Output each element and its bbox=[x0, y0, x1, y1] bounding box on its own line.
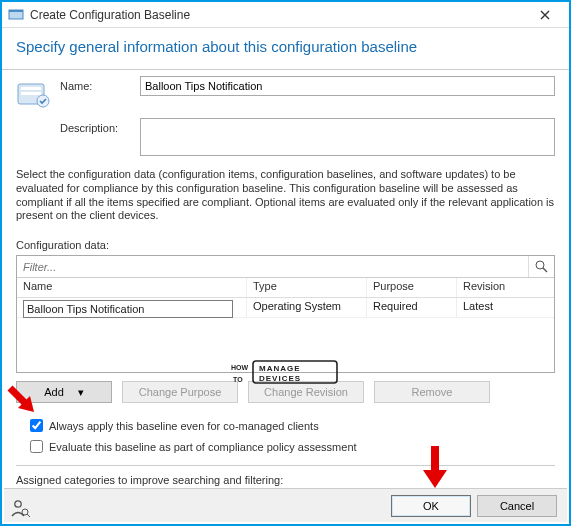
remove-button: Remove bbox=[374, 381, 490, 403]
chevron-down-icon: ▾ bbox=[78, 386, 84, 399]
cell-revision: Latest bbox=[457, 298, 554, 317]
col-header-name[interactable]: Name bbox=[17, 278, 247, 297]
name-label: Name: bbox=[60, 76, 140, 92]
change-purpose-button: Change Purpose bbox=[122, 381, 238, 403]
svg-line-7 bbox=[543, 268, 547, 272]
svg-text:HOW: HOW bbox=[231, 364, 249, 371]
change-revision-button: Change Revision bbox=[248, 381, 364, 403]
name-input[interactable] bbox=[140, 76, 555, 96]
col-header-revision[interactable]: Revision bbox=[457, 278, 554, 297]
always-apply-checkbox[interactable] bbox=[30, 419, 43, 432]
info-text: Select the configuration data (configura… bbox=[2, 158, 569, 227]
description-input[interactable] bbox=[140, 118, 555, 156]
cell-name[interactable]: Balloon Tips Notification bbox=[23, 300, 233, 318]
table-row[interactable]: Balloon Tips Notification Operating Syst… bbox=[17, 298, 554, 318]
add-button[interactable]: Add ▾ bbox=[16, 381, 112, 403]
search-icon[interactable] bbox=[528, 256, 554, 277]
description-label: Description: bbox=[60, 118, 140, 134]
ok-button[interactable]: OK bbox=[391, 495, 471, 517]
always-apply-row: Always apply this baseline even for co-m… bbox=[2, 413, 569, 434]
svg-point-13 bbox=[15, 501, 21, 507]
name-row: Name: bbox=[2, 70, 569, 112]
svg-rect-1 bbox=[9, 10, 23, 12]
close-button[interactable] bbox=[525, 2, 565, 28]
cancel-button[interactable]: Cancel bbox=[477, 495, 557, 517]
cell-purpose: Required bbox=[367, 298, 457, 317]
evaluate-label: Evaluate this baseline as part of compli… bbox=[49, 441, 357, 453]
col-header-type[interactable]: Type bbox=[247, 278, 367, 297]
config-data-label: Configuration data: bbox=[2, 227, 569, 253]
footer-bar: OK Cancel bbox=[4, 488, 567, 522]
page-heading: Specify general information about this c… bbox=[2, 28, 569, 70]
evaluate-row: Evaluate this baseline as part of compli… bbox=[2, 434, 569, 455]
svg-line-15 bbox=[27, 514, 30, 517]
filter-input[interactable] bbox=[17, 256, 528, 277]
svg-point-6 bbox=[536, 261, 544, 269]
col-header-purpose[interactable]: Purpose bbox=[367, 278, 457, 297]
cell-type: Operating System bbox=[247, 298, 367, 317]
baseline-icon bbox=[16, 76, 60, 112]
categories-label: Assigned categories to improve searching… bbox=[2, 466, 569, 486]
svg-rect-3 bbox=[21, 87, 41, 90]
svg-text:MANAGE: MANAGE bbox=[259, 364, 301, 373]
svg-rect-4 bbox=[21, 92, 41, 95]
config-data-grid: Name Type Purpose Revision Balloon Tips … bbox=[16, 255, 555, 373]
categories-person-icon[interactable] bbox=[10, 498, 30, 518]
description-row: Description: bbox=[2, 112, 569, 158]
grid-buttons: Add ▾ Change Purpose Change Revision Rem… bbox=[2, 373, 569, 403]
title-bar: Create Configuration Baseline bbox=[2, 2, 569, 28]
grid-header: Name Type Purpose Revision bbox=[17, 278, 554, 298]
app-icon bbox=[8, 7, 24, 23]
window-title: Create Configuration Baseline bbox=[30, 8, 190, 22]
always-apply-label: Always apply this baseline even for co-m… bbox=[49, 420, 319, 432]
evaluate-checkbox[interactable] bbox=[30, 440, 43, 453]
